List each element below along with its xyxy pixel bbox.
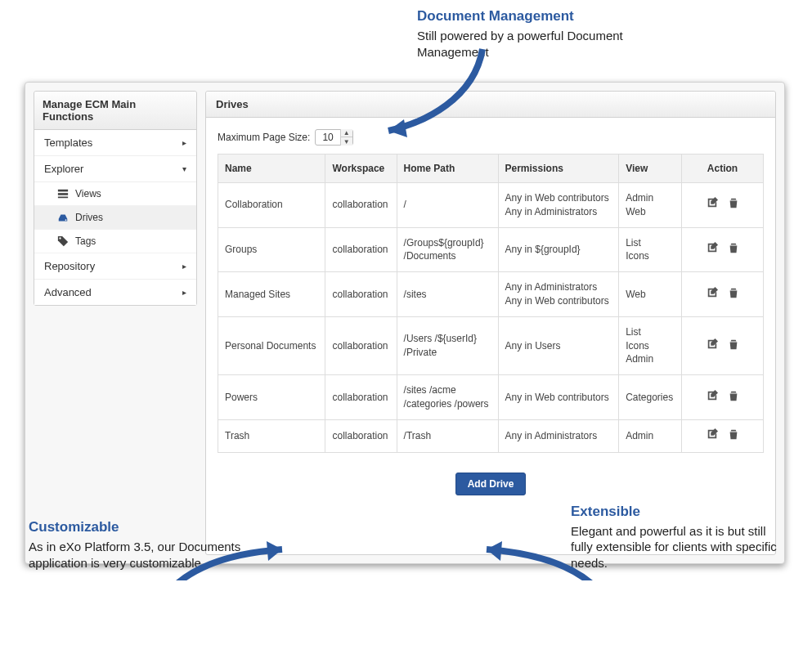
svg-rect-4 xyxy=(58,193,68,195)
cell-name: Collaboration xyxy=(218,183,325,228)
main-panel: Drives Maximum Page Size: 10 ▲ ▼ Name Wo… xyxy=(205,91,776,555)
cell-action xyxy=(682,316,764,374)
sidebar-subitem-drives[interactable]: Drives xyxy=(34,206,196,230)
annotation-extensible: Extensible Elegant and powerful as it is… xyxy=(571,504,783,571)
cell-view: Web xyxy=(619,272,682,317)
cell-home: /sites xyxy=(397,272,498,317)
sidebar-item-explorer[interactable]: Explorer ▾ xyxy=(34,156,196,182)
drives-icon xyxy=(57,212,69,223)
sidebar-subitem-label: Tags xyxy=(75,235,96,247)
table-row: Personal Documentscollaboration/Users /$… xyxy=(218,316,764,374)
cell-view: List Icons Admin xyxy=(619,316,682,374)
sidebar-item-label: Explorer xyxy=(44,163,83,175)
chevron-down-icon: ▾ xyxy=(182,164,186,173)
sidebar-item-repository[interactable]: Repository ▸ xyxy=(34,253,196,280)
annotation-title: Extensible xyxy=(571,504,783,520)
chevron-right-icon: ▸ xyxy=(182,288,186,297)
edit-icon[interactable] xyxy=(707,197,718,208)
delete-icon[interactable] xyxy=(728,390,739,401)
cell-home: / xyxy=(397,183,498,228)
delete-icon[interactable] xyxy=(728,197,739,208)
views-icon xyxy=(57,188,69,199)
cell-workspace: collaboration xyxy=(325,316,397,374)
sidebar-submenu-explorer: Views Drives Tags xyxy=(34,182,196,253)
cell-workspace: collaboration xyxy=(325,227,397,272)
cell-name: Trash xyxy=(218,419,325,452)
delete-icon[interactable] xyxy=(728,338,739,350)
annotation-text: As in eXo Platform 3.5, our Documents ap… xyxy=(29,539,241,571)
delete-icon[interactable] xyxy=(728,287,739,298)
edit-icon[interactable] xyxy=(707,242,718,253)
page-size-value: 10 xyxy=(316,132,339,143)
panel-title: Drives xyxy=(206,92,775,118)
edit-icon[interactable] xyxy=(707,428,718,440)
panel-body: Maximum Page Size: 10 ▲ ▼ Name Workspace… xyxy=(206,118,775,554)
column-action: Action xyxy=(682,155,764,183)
cell-view: Admin xyxy=(619,419,682,452)
annotation-title: Document Management xyxy=(417,8,630,25)
stepper-up-icon[interactable]: ▲ xyxy=(341,129,352,137)
cell-workspace: collaboration xyxy=(325,272,397,317)
cell-view: Categories xyxy=(619,375,682,420)
cell-workspace: collaboration xyxy=(325,419,397,452)
stepper-down-icon[interactable]: ▼ xyxy=(341,137,352,146)
tags-icon xyxy=(57,235,69,247)
cell-permissions: Any in Administrators Any in Web contrib… xyxy=(498,272,619,317)
column-view: View xyxy=(619,155,682,183)
edit-icon[interactable] xyxy=(707,287,718,298)
annotation-title: Customizable xyxy=(29,519,241,535)
svg-point-7 xyxy=(59,237,61,239)
annotation-text: Elegant and powerful as it is but still … xyxy=(571,523,783,571)
sidebar-item-label: Advanced xyxy=(44,286,92,298)
sidebar-item-advanced[interactable]: Advanced ▸ xyxy=(34,280,196,305)
sidebar-subitem-label: Views xyxy=(75,188,101,199)
table-row: Powerscollaboration/sites /acme /categor… xyxy=(218,375,764,420)
table-row: Trashcollaboration/TrashAny in Administr… xyxy=(218,419,764,452)
cell-view: Admin Web xyxy=(619,183,682,228)
cell-action xyxy=(682,183,764,228)
panel-footer: Add Drive xyxy=(218,473,764,495)
annotation-customizable: Customizable As in eXo Platform 3.5, our… xyxy=(29,519,241,571)
svg-rect-3 xyxy=(58,190,68,192)
page-size-stepper[interactable]: 10 ▲ ▼ xyxy=(315,129,352,146)
edit-icon[interactable] xyxy=(707,390,718,401)
column-permissions: Permissions xyxy=(498,155,619,183)
sidebar-item-label: Templates xyxy=(44,137,92,149)
table-row: Managed Sitescollaboration/sitesAny in A… xyxy=(218,272,764,317)
column-name: Name xyxy=(218,155,325,183)
drives-table: Name Workspace Home Path Permissions Vie… xyxy=(218,154,764,453)
sidebar-item-label: Repository xyxy=(44,260,95,272)
sidebar-subitem-tags[interactable]: Tags xyxy=(34,230,196,253)
cell-workspace: collaboration xyxy=(325,183,397,228)
svg-point-6 xyxy=(65,219,67,221)
cell-home: /Users /${userId} /Private xyxy=(397,316,498,374)
cell-name: Powers xyxy=(218,375,325,420)
chevron-right-icon: ▸ xyxy=(182,138,186,147)
sidebar-subitem-views[interactable]: Views xyxy=(34,182,196,206)
delete-icon[interactable] xyxy=(728,242,739,253)
cell-permissions: Any in Administrators xyxy=(498,419,619,452)
column-home: Home Path xyxy=(397,155,498,183)
sidebar-item-templates[interactable]: Templates ▸ xyxy=(34,130,196,156)
delete-icon[interactable] xyxy=(728,428,739,440)
edit-icon[interactable] xyxy=(707,338,718,350)
cell-permissions: Any in Users xyxy=(498,316,619,374)
add-drive-button[interactable]: Add Drive xyxy=(455,473,527,495)
app-window: Manage ECM Main Functions Templates ▸ Ex… xyxy=(25,82,785,564)
cell-permissions: Any in Web contributors xyxy=(498,375,619,420)
page-size-label: Maximum Page Size: xyxy=(218,132,310,143)
cell-action xyxy=(682,375,764,420)
svg-rect-5 xyxy=(58,197,68,199)
cell-action xyxy=(682,272,764,317)
cell-view: List Icons xyxy=(619,227,682,272)
cell-action xyxy=(682,227,764,272)
sidebar: Manage ECM Main Functions Templates ▸ Ex… xyxy=(34,91,197,306)
cell-name: Managed Sites xyxy=(218,272,325,317)
cell-home: /sites /acme /categories /powers xyxy=(397,375,498,420)
sidebar-title: Manage ECM Main Functions xyxy=(34,92,196,130)
cell-name: Groups xyxy=(218,227,325,272)
sidebar-subitem-label: Drives xyxy=(75,212,103,223)
toolbar: Maximum Page Size: 10 ▲ ▼ xyxy=(218,129,764,146)
table-row: Groupscollaboration/Groups${groupId} /Do… xyxy=(218,227,764,272)
table-row: Collaborationcollaboration/Any in Web co… xyxy=(218,183,764,228)
